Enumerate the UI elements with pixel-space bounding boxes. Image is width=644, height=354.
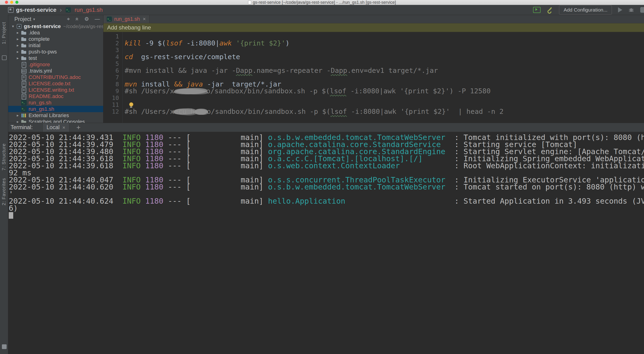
tree-item-label: External Libraries [28,112,69,119]
new-terminal-tab-button[interactable]: + [76,124,81,132]
editor-tab[interactable]: run_gs1.sh × [104,15,150,23]
terminal-segment: o.s.b.w.embedded.tomcat.TomcatWebServer [268,182,445,191]
tree-item-label: push-to-pws [28,49,57,55]
tree-row[interactable]: ▸test [8,55,103,61]
debug-button[interactable] [628,7,634,13]
file-icon [21,87,27,93]
code-segment: '{print $2}' [236,39,286,47]
redaction-scribble [195,109,207,115]
run-button[interactable] [618,7,622,12]
project-view-selector[interactable]: Project [14,16,32,22]
shebang-banner[interactable]: Add shebang line [104,23,644,32]
wrench-icon[interactable] [547,7,553,13]
chevron-down-icon[interactable]: ▾ [33,17,35,21]
terminal-output[interactable]: 2022-05-10 21:44:39.431 INFO 1180 --- [ … [8,132,644,354]
code-line[interactable]: 1 [104,33,644,40]
redaction-scribble [174,88,206,94]
toolwindow-project-icon[interactable] [2,55,6,60]
terminal-segment: 1180 [145,182,163,191]
code-line[interactable]: 12#sh /Users/xecu ho/sandbox/bin/sandbox… [104,108,644,115]
code-line[interactable]: 11 [104,101,644,108]
terminal-line: 2022-05-10 21:44:39.618 INFO 1180 --- [ … [9,162,644,169]
tree-row[interactable]: ▸initial [8,42,103,48]
tree-item-label: LICENSE.code.txt [28,81,70,87]
terminal-tab-local[interactable]: Local × [42,123,69,132]
code-line[interactable]: 5 [104,60,644,67]
tree-row[interactable]: ▾gs-rest-service~/code/java/gs-rest-se [8,23,103,29]
tree-row[interactable]: run_gs1.sh [8,106,103,112]
tree-item-label: .travis.yml [28,68,52,74]
main-area: Project ▾ ⌖ « ⚙ — ▾gs-rest-service~/code… [8,15,644,354]
code-segment: Dapp [236,66,252,74]
hide-panel-icon[interactable]: — [95,16,100,22]
code-line[interactable]: 3 [104,47,644,53]
code-segment: #sh /Users/x [125,107,174,116]
line-number: 1 [104,33,122,40]
code-segment [232,39,236,47]
terminal-segment: 1180 [145,196,163,205]
expand-caret-icon[interactable]: ▸ [15,120,20,123]
folder-icon [21,49,27,55]
tab-close-icon[interactable]: × [143,16,146,22]
expand-caret-icon[interactable]: ▸ [15,56,20,60]
code-line[interactable]: 6#mvn install && java -jar -Dapp.name=gs… [104,67,644,74]
libraries-icon [21,113,27,118]
code-line[interactable]: 9#sh /Users/xo/sandbox/bin/sandbox.sh -p… [104,88,644,95]
run-terminal-icon[interactable] [533,7,540,13]
close-tab-icon[interactable]: × [62,125,65,130]
breadcrumb-project[interactable]: gs-rest-service [16,6,56,13]
code-segment: -i:8080|awk '{print $2}' | head -n 2 [347,107,503,116]
code-line[interactable]: 8mvn install && java -jar target/*.jar [104,81,644,88]
code-line[interactable]: 2kill -9 $(lsof -i:8080|awk '{print $2}'… [104,40,644,47]
toolwindow-structure-label[interactable]: 7: Structure [1,143,6,171]
tree-row[interactable]: .gitignore [8,61,103,68]
collapse-all-icon[interactable]: « [74,17,80,20]
toolwindow-anchor-icon[interactable] [2,344,6,349]
tree-row[interactable]: .travis.yml [8,68,103,74]
settings-gear-icon[interactable]: ⚙ [84,16,89,22]
project-tree: ▾gs-rest-service~/code/java/gs-rest-se▸.… [8,23,103,123]
expand-caret-icon[interactable]: ▸ [15,49,20,54]
tree-row[interactable]: README.adoc [8,93,103,99]
add-configuration-button[interactable]: Add Configuration... [559,5,612,15]
tree-item-label: complete [28,36,50,42]
tree-row[interactable]: ▸.idea [8,29,103,36]
breadcrumb-file[interactable]: run_gs1.sh [74,6,103,13]
code-line[interactable]: 7 [104,74,644,81]
tree-row[interactable]: ▸push-to-pws [8,48,103,55]
terminal-segment: : Root WebApplicationContext: initializa… [400,161,644,170]
code-segment: -i:8080|awk '{print $2}') -P 12580 [346,87,490,95]
code-area[interactable]: 12kill -9 $(lsof -i:8080|awk '{print $2}… [104,32,644,123]
toolwindow-favorites-label[interactable]: 2: Favorites [1,178,6,205]
tree-row[interactable]: ▸complete [8,36,103,42]
tree-row[interactable]: ▸Scratches and Consoles [8,119,103,123]
intention-bulb-icon[interactable] [128,102,134,108]
profiler-icon[interactable] [640,7,644,13]
expand-caret-icon[interactable]: ▸ [15,113,20,118]
terminal-line: 2022-05-10 21:44:40.620 INFO 1180 --- [ … [9,183,644,190]
tree-row[interactable]: CONTRIBUTING.adoc [8,74,103,80]
code-segment: o/sandbox/bin/sandbox.sh -p $( [207,107,330,116]
locate-file-icon[interactable]: ⌖ [67,16,70,22]
expand-caret-icon[interactable]: ▸ [15,43,20,48]
toolbar-right-actions: Add Configuration... [533,5,644,15]
expand-caret-icon[interactable]: ▸ [15,30,20,35]
code-segment: kill [125,39,141,47]
code-segment: #sh /Users/x [125,87,174,95]
code-segment: Dapp [331,66,347,74]
tree-row[interactable]: LICENSE.code.txt [8,80,103,87]
expand-caret-icon[interactable]: ▸ [15,37,20,41]
code-line[interactable]: 4cd gs-rest-service/complete [104,53,644,60]
tree-row[interactable]: ▸External Libraries [8,112,103,119]
file-icon [21,62,27,67]
code-segment [182,80,186,88]
window-title-wrap: gs-rest-service [~/code/java/gs-rest-ser… [0,0,644,5]
code-line[interactable]: 10 [104,95,644,101]
terminal-segment: 1180 [145,161,163,170]
folder-icon [21,36,27,42]
shell-icon [21,100,27,106]
tree-row[interactable]: run_gs.sh [8,99,103,106]
expand-caret-icon[interactable]: ▾ [10,24,16,28]
tree-row[interactable]: LICENSE.writing.txt [8,87,103,93]
toolwindow-project-label[interactable]: 1: Project [1,22,6,44]
